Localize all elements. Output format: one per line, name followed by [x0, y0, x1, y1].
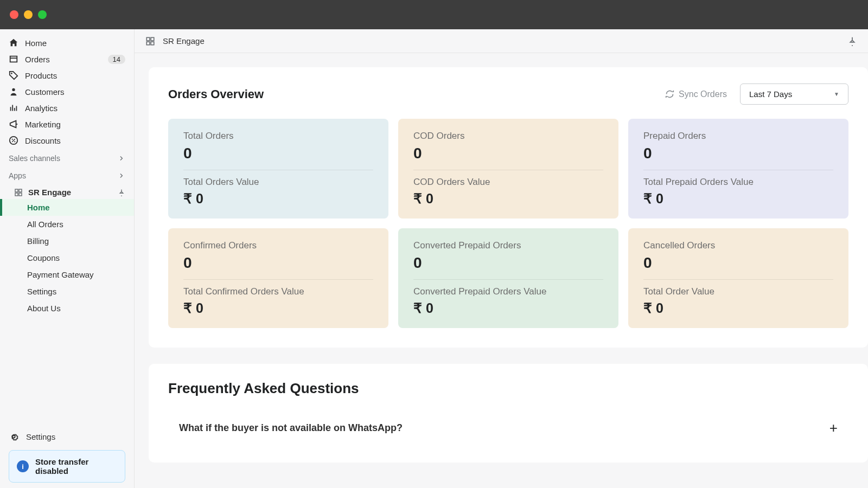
- analytics-icon: [9, 103, 18, 113]
- info-icon: i: [17, 460, 29, 472]
- app-subitem-home[interactable]: Home: [0, 199, 134, 216]
- svg-rect-5: [15, 193, 18, 196]
- divider: [413, 279, 603, 280]
- app-subitem-payment-gateway[interactable]: Payment Gateway: [0, 266, 134, 283]
- app-subitem-all-orders[interactable]: All Orders: [0, 216, 134, 233]
- stat-value2: ₹ 0: [643, 191, 833, 207]
- plus-icon: +: [829, 420, 838, 436]
- nav-label: Products: [25, 71, 125, 80]
- gear-icon: [9, 432, 18, 441]
- stat-label2: COD Orders Value: [413, 177, 603, 188]
- stat-card-confirmed-orders: Confirmed Orders 0 Total Confirmed Order…: [168, 228, 388, 328]
- svg-rect-6: [19, 193, 22, 196]
- sidebar-item-analytics[interactable]: Analytics: [0, 100, 134, 116]
- orders-icon: [9, 54, 18, 64]
- stat-value: 0: [643, 254, 833, 272]
- overview-title: Orders Overview: [168, 87, 264, 101]
- chevron-right-icon: [118, 172, 125, 179]
- home-icon: [9, 38, 18, 48]
- stat-label: Total Orders: [183, 131, 373, 142]
- divider: [183, 170, 373, 170]
- date-range-select[interactable]: Last 7 Days ▼: [740, 84, 848, 105]
- sidebar-item-products[interactable]: Products: [0, 67, 134, 84]
- svg-rect-10: [151, 42, 154, 45]
- sidebar-item-customers[interactable]: Customers: [0, 84, 134, 100]
- person-icon: [9, 87, 18, 97]
- sales-channels-header[interactable]: Sales channels: [0, 149, 134, 166]
- stat-label: COD Orders: [413, 131, 603, 142]
- window-close[interactable]: [10, 10, 18, 19]
- divider: [643, 170, 833, 170]
- page-title: SR Engage: [163, 36, 205, 46]
- stat-value2: ₹ 0: [643, 300, 833, 316]
- tag-icon: [9, 70, 18, 80]
- orders-overview-card: Orders Overview Sync Orders Last 7 Days …: [149, 67, 868, 348]
- apps-header[interactable]: Apps: [0, 166, 134, 183]
- window-zoom[interactable]: [38, 10, 47, 19]
- window-minimize[interactable]: [24, 10, 33, 19]
- app-subitem-coupons[interactable]: Coupons: [0, 249, 134, 266]
- stat-label2: Total Confirmed Orders Value: [183, 286, 373, 297]
- settings-label: Settings: [26, 432, 55, 441]
- window-titlebar: [0, 0, 868, 29]
- svg-point-1: [12, 88, 15, 91]
- nav-label: Analytics: [25, 104, 125, 113]
- sync-orders-button[interactable]: Sync Orders: [665, 89, 727, 99]
- stat-card-converted-prepaid-orders: Converted Prepaid Orders 0 Converted Pre…: [398, 228, 618, 328]
- stat-label2: Total Order Value: [643, 286, 833, 297]
- alert-text: Store transfer disabled: [35, 457, 117, 476]
- nav-label: Home: [25, 38, 125, 48]
- pin-icon[interactable]: [118, 189, 125, 196]
- stat-card-cod-orders: COD Orders 0 COD Orders Value ₹ 0: [398, 119, 618, 219]
- stat-value2: ₹ 0: [413, 300, 603, 316]
- store-transfer-alert[interactable]: i Store transfer disabled: [9, 450, 125, 483]
- nav-label: Discounts: [25, 136, 125, 145]
- app-subitem-settings[interactable]: Settings: [0, 283, 134, 300]
- chevron-right-icon: [118, 155, 125, 162]
- sales-channels-label: Sales channels: [9, 154, 60, 163]
- pin-icon[interactable]: [847, 36, 857, 46]
- nav-label: Marketing: [25, 120, 125, 129]
- sidebar-item-marketing[interactable]: Marketing: [0, 116, 134, 132]
- svg-point-0: [11, 73, 12, 74]
- stat-label2: Converted Prepaid Orders Value: [413, 286, 603, 297]
- date-range-value: Last 7 Days: [749, 89, 792, 99]
- divider: [413, 170, 603, 170]
- sync-label: Sync Orders: [679, 89, 727, 99]
- faq-card: Frequently Asked Questions What if the b…: [149, 364, 868, 463]
- stat-value2: ₹ 0: [183, 191, 373, 207]
- faq-item[interactable]: What if the buyer is not available on Wh…: [168, 413, 848, 443]
- app-icon: [145, 36, 155, 46]
- stat-card-cancelled-orders: Cancelled Orders 0 Total Order Value ₹ 0: [628, 228, 848, 328]
- refresh-icon: [665, 89, 674, 99]
- stat-value: 0: [183, 145, 373, 162]
- app-icon: [14, 188, 23, 197]
- svg-rect-4: [19, 189, 22, 192]
- stat-value2: ₹ 0: [183, 300, 373, 316]
- divider: [183, 279, 373, 280]
- stat-value2: ₹ 0: [413, 191, 603, 207]
- nav-label: Customers: [25, 87, 125, 97]
- stat-label: Converted Prepaid Orders: [413, 240, 603, 251]
- sidebar-item-home[interactable]: Home: [0, 35, 134, 51]
- app-subitem-billing[interactable]: Billing: [0, 233, 134, 249]
- stat-card-prepaid-orders: Prepaid Orders 0 Total Prepaid Orders Va…: [628, 119, 848, 219]
- sidebar-item-discounts[interactable]: Discounts: [0, 132, 134, 149]
- marketing-icon: [9, 119, 18, 129]
- svg-rect-9: [146, 42, 150, 45]
- sidebar-settings[interactable]: Settings: [9, 428, 125, 450]
- stat-label: Confirmed Orders: [183, 240, 373, 251]
- divider: [643, 279, 833, 280]
- app-subitem-about-us[interactable]: About Us: [0, 300, 134, 317]
- nav-label: Orders: [25, 55, 101, 64]
- badge: 14: [108, 55, 125, 64]
- sidebar-item-orders[interactable]: Orders14: [0, 51, 134, 67]
- faq-question: What if the buyer is not available on Wh…: [179, 422, 403, 434]
- main-content: SR Engage Orders Overview Sync Orders La…: [135, 29, 868, 488]
- stat-label2: Total Orders Value: [183, 177, 373, 188]
- sidebar-app-sr-engage[interactable]: SR Engage: [0, 183, 134, 199]
- faq-title: Frequently Asked Questions: [168, 380, 848, 397]
- stat-label2: Total Prepaid Orders Value: [643, 177, 833, 188]
- stat-label: Prepaid Orders: [643, 131, 833, 142]
- topbar: SR Engage: [135, 29, 868, 53]
